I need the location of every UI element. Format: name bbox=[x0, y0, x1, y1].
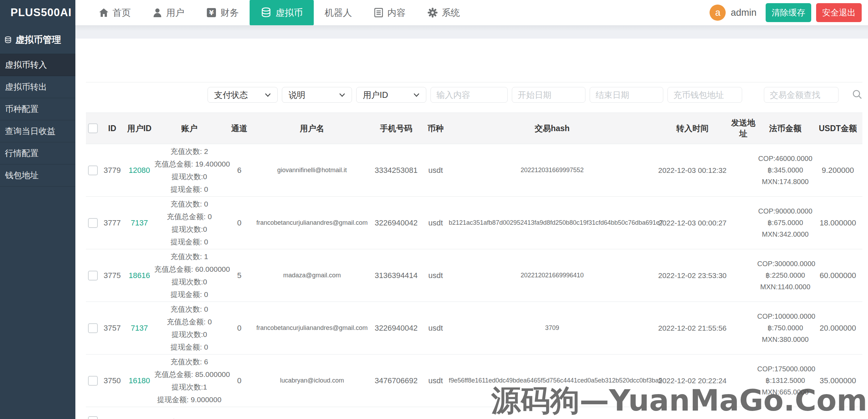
row-checkbox[interactable] bbox=[88, 323, 98, 333]
phone: 3334253081 bbox=[370, 144, 422, 197]
row-checkbox[interactable] bbox=[88, 271, 98, 281]
col-hash: 交易hash bbox=[449, 113, 656, 144]
account-info: 充值次数: 6充值总金额: 85.000000提现次数:1提现金额: 9.000… bbox=[154, 354, 224, 407]
avatar[interactable]: a bbox=[710, 5, 726, 21]
row-checkbox-cell bbox=[86, 354, 100, 407]
fiat-line: COP:300000.0000 bbox=[757, 258, 813, 270]
coin-type: usdt bbox=[422, 354, 449, 407]
sidebar-item-crypto-in[interactable]: 虚拟币转入 bbox=[0, 54, 75, 76]
finance-icon: ¥ bbox=[206, 7, 217, 18]
nav-item-robot[interactable]: 机器人 bbox=[314, 0, 363, 25]
nav-label: 系统 bbox=[442, 7, 460, 19]
transfer-time: 2022-12-03 00:00:27 bbox=[656, 197, 729, 249]
sidebar-title-label: 虚拟币管理 bbox=[15, 34, 61, 46]
start-date-input[interactable] bbox=[512, 87, 585, 103]
description-select[interactable]: 说明 bbox=[282, 87, 352, 103]
fiat-line: ฿:345.0000 bbox=[757, 164, 813, 176]
row-id: 3750 bbox=[100, 354, 124, 407]
breadcrumb-band bbox=[75, 25, 868, 39]
col-user-id: 用户ID bbox=[124, 113, 154, 144]
col-username: 用户名 bbox=[254, 113, 370, 144]
channel: 0 bbox=[224, 354, 254, 407]
sidebar-item-wallet-address[interactable]: 钱包地址 bbox=[0, 164, 75, 187]
row-id: 3775 bbox=[100, 249, 124, 302]
tx-hash: b2121ac351afb87d002952413fa9d8fd250b80c1… bbox=[449, 197, 656, 249]
row-checkbox[interactable] bbox=[88, 218, 98, 228]
user-id-link[interactable]: 12080 bbox=[129, 166, 150, 175]
channel: 5 bbox=[224, 249, 254, 302]
username: lucabryan@icloud.com bbox=[254, 354, 370, 407]
row-checkbox[interactable] bbox=[88, 376, 98, 386]
amount-search-input[interactable] bbox=[764, 87, 839, 103]
main-content: 支付状态 说明 用户ID bbox=[75, 25, 868, 419]
nav-label: 机器人 bbox=[325, 7, 352, 19]
channel bbox=[224, 407, 254, 419]
account-line: 充值次数: 2 bbox=[154, 145, 224, 158]
username: francobetancurjulianandres@gmail.com bbox=[254, 302, 370, 354]
row-id bbox=[100, 407, 124, 419]
coin-type: usdt bbox=[422, 249, 449, 302]
wallet-address-input[interactable] bbox=[667, 87, 742, 103]
col-send-address: 发送地址 bbox=[729, 113, 757, 144]
end-date-input[interactable] bbox=[590, 87, 663, 103]
account-info: 充值次数: 0充值总金额: 0提现次数:0提现金额: 0 bbox=[154, 197, 224, 249]
send-address bbox=[729, 302, 757, 354]
row-checkbox[interactable] bbox=[88, 416, 98, 419]
phone bbox=[370, 407, 422, 419]
user-id-link[interactable]: 18616 bbox=[129, 271, 150, 280]
channel: 0 bbox=[224, 197, 254, 249]
table-body: 3779 12080 充值次数: 2充值总金额: 19.400000提现次数:0… bbox=[86, 144, 862, 419]
send-address bbox=[729, 197, 757, 249]
user-id-link[interactable]: 16180 bbox=[129, 376, 150, 385]
col-account: 账户 bbox=[154, 113, 224, 144]
user-id-select[interactable]: 用户ID bbox=[356, 87, 426, 103]
select-value: 用户ID bbox=[363, 89, 388, 101]
user-id-link[interactable]: 7137 bbox=[131, 324, 148, 332]
col-fiat: 法币金额 bbox=[757, 113, 813, 144]
search-button[interactable] bbox=[852, 89, 862, 101]
select-all-checkbox[interactable] bbox=[88, 123, 98, 133]
nav-item-crypto[interactable]: 虚拟币 bbox=[250, 0, 314, 25]
user-id-link[interactable]: 7137 bbox=[131, 218, 148, 227]
col-usdt: USDT金额 bbox=[813, 113, 862, 144]
nav-item-content[interactable]: 内容 bbox=[363, 0, 416, 25]
sidebar-item-coin-config[interactable]: 币种配置 bbox=[0, 98, 75, 120]
nav-item-users[interactable]: 用户 bbox=[142, 0, 195, 25]
account-line: 提现次数:0 bbox=[154, 328, 224, 341]
fiat-line: MXN:1140.0000 bbox=[757, 281, 813, 293]
content-input[interactable] bbox=[430, 87, 508, 103]
logout-button[interactable]: 安全退出 bbox=[816, 3, 862, 22]
sidebar-item-crypto-out[interactable]: 虚拟币转出 bbox=[0, 76, 75, 98]
row-checkbox[interactable] bbox=[88, 165, 98, 175]
col-coin: 币种 bbox=[422, 113, 449, 144]
fiat-amounts: COP:90000.0000฿:675.0000MXN:342.0000 bbox=[757, 197, 813, 249]
table-row: 3775 18616 充值次数: 1充值总金额: 60.000000提现次数:0… bbox=[86, 249, 862, 302]
account-line: 充值总金额: 0 bbox=[154, 210, 224, 223]
account-line: 充值总金额: 19.400000 bbox=[154, 158, 224, 170]
search-icon bbox=[852, 89, 862, 100]
table-row: 3779 12080 充值次数: 2充值总金额: 19.400000提现次数:0… bbox=[86, 144, 862, 197]
transfer-time: 2022-12-02 21:55:56 bbox=[656, 302, 729, 354]
sidebar-item-daily-profit[interactable]: 查询当日收益 bbox=[0, 120, 75, 142]
account-info: 充值次数: 0充值总金额: 0提现次数:0提现金额: 0 bbox=[154, 302, 224, 354]
transfer-time: 2022-12-03 00:12:32 bbox=[656, 144, 729, 197]
coin-type: usdt bbox=[422, 144, 449, 197]
account-line: 提现次数:0 bbox=[154, 170, 224, 183]
topbar-right: a admin 清除缓存 安全退出 bbox=[710, 0, 868, 25]
clear-cache-button[interactable]: 清除缓存 bbox=[766, 3, 811, 22]
payment-status-select[interactable]: 支付状态 bbox=[208, 87, 278, 103]
sidebar-item-market-config[interactable]: 行情配置 bbox=[0, 142, 75, 164]
account-line: 充值次数: 6 bbox=[154, 356, 224, 368]
main-nav: 首页 用户 ¥ 财务 虚拟币 机器人 内容 系统 bbox=[88, 0, 471, 25]
row-checkbox-cell bbox=[86, 197, 100, 249]
fiat-line: COP:100000.0000 bbox=[757, 311, 813, 322]
account-line: 充值总金额: 85.000000 bbox=[154, 368, 224, 381]
account-line: 充值总金额: 60.000000 bbox=[154, 263, 224, 276]
nav-item-finance[interactable]: ¥ 财务 bbox=[195, 0, 250, 25]
transfer-time: 2022-12-02 23:53:30 bbox=[656, 249, 729, 302]
nav-item-home[interactable]: 首页 bbox=[88, 0, 142, 25]
username: francobetancurjulianandres@gmail.com bbox=[254, 197, 370, 249]
account-line: 充值次数: 0 bbox=[154, 198, 224, 210]
nav-item-system[interactable]: 系统 bbox=[416, 0, 471, 25]
col-time: 转入时间 bbox=[656, 113, 729, 144]
